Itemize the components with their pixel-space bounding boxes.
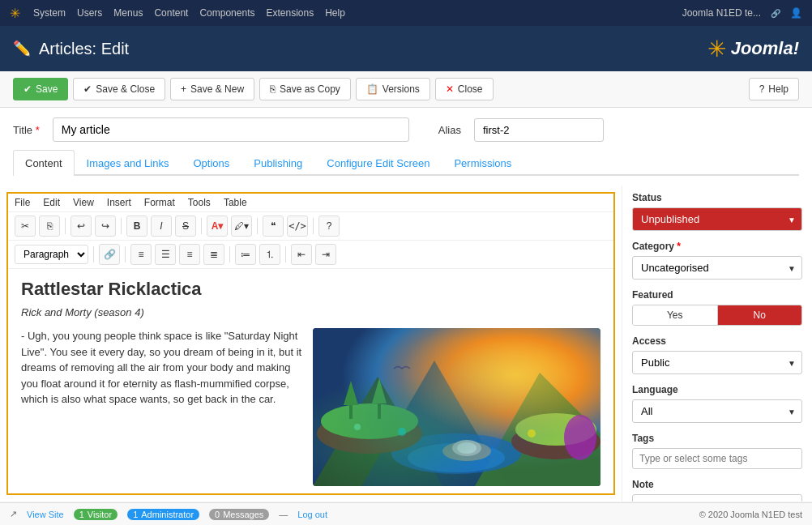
visitor-label: Visitor (88, 510, 112, 519)
justify-button[interactable]: ≣ (203, 244, 224, 265)
help-icon: ? (759, 83, 765, 95)
category-select-wrapper: Uncategorised (632, 256, 802, 280)
tab-content[interactable]: Content (13, 150, 75, 176)
title-row: Title * Alias (13, 117, 799, 142)
nav-users[interactable]: Users (77, 7, 102, 19)
highlight-button[interactable]: 🖊▾ (231, 216, 252, 237)
right-sidebar: Status Unpublished Published Trashed Arc… (622, 186, 812, 502)
save-close-label: Save & Close (96, 83, 155, 95)
svg-point-19 (354, 424, 361, 430)
nav-help[interactable]: Help (325, 7, 345, 19)
top-bar-left: ✳ System Users Menus Content Components … (10, 6, 345, 21)
help-editor-button[interactable]: ? (318, 216, 340, 237)
editor-menu-tools[interactable]: Tools (188, 197, 211, 208)
editor-toolbar2: Paragraph 🔗 ≡ ☰ ≡ ≣ ≔ ⒈ ⇤ ⇥ (8, 241, 613, 269)
nav-components[interactable]: Components (199, 7, 254, 19)
save-copy-button[interactable]: ⎘ Save as Copy (259, 78, 351, 100)
versions-button[interactable]: 📋 Versions (356, 78, 430, 100)
ordered-list-button[interactable]: ⒈ (259, 244, 280, 265)
editor-menubar: File Edit View Insert Format Tools Table (8, 194, 613, 212)
tab-configure[interactable]: Configure Edit Screen (314, 150, 442, 176)
category-select[interactable]: Uncategorised (632, 256, 802, 280)
joomla-logo-text: Joomla! (731, 38, 799, 59)
nav-menus[interactable]: Menus (113, 7, 143, 19)
access-select-wrapper: Public (632, 351, 802, 374)
article-content: - Ugh, you young people think space is l… (21, 328, 600, 486)
language-select[interactable]: All (632, 399, 802, 423)
svg-marker-17 (372, 378, 387, 403)
indent-decrease-button[interactable]: ⇤ (291, 244, 312, 265)
tab-options[interactable]: Options (181, 150, 241, 176)
site-name: Joomla N1ED te... (682, 7, 761, 19)
alias-input[interactable] (474, 118, 604, 142)
close-button[interactable]: ✕ Close (435, 78, 494, 100)
editor-menu-file[interactable]: File (15, 197, 30, 208)
help-button[interactable]: ? Help (749, 78, 799, 100)
admin-count: 1 (133, 510, 138, 519)
indent-increase-button[interactable]: ⇥ (315, 244, 336, 265)
note-input[interactable] (632, 494, 802, 502)
top-bar-right: Joomla N1ED te... 🔗 👤 (682, 7, 802, 19)
toolbar: ✔ Save ✔ Save & Close + Save & New ⎘ Sav… (0, 71, 812, 108)
editor-menu-table[interactable]: Table (224, 197, 247, 208)
strikethrough-button[interactable]: S (175, 216, 196, 237)
italic-button[interactable]: I (151, 216, 172, 237)
separator (65, 218, 66, 234)
close-label: Close (458, 83, 483, 95)
article-heading: Rattlestar Ricklactica (21, 279, 600, 300)
paragraph-select[interactable]: Paragraph (15, 245, 88, 264)
tags-input[interactable] (632, 448, 802, 469)
redo-button[interactable]: ↪ (95, 216, 116, 237)
view-site-link[interactable]: View Site (27, 510, 64, 519)
align-right-button[interactable]: ≡ (179, 244, 200, 265)
visitor-count: 1 (79, 510, 84, 519)
status-select[interactable]: Unpublished Published Trashed Archived (632, 207, 802, 231)
font-color-button[interactable]: A▾ (207, 216, 228, 237)
editor-menu-format[interactable]: Format (144, 197, 175, 208)
messages-badge: 0 Messages (209, 509, 269, 520)
cut-button[interactable]: ✂ (15, 216, 36, 237)
language-label: Language (632, 384, 802, 395)
unordered-list-button[interactable]: ≔ (235, 244, 256, 265)
separator (285, 246, 286, 262)
category-label: Category * (632, 241, 802, 252)
code-button[interactable]: </> (287, 216, 308, 237)
editor-menu-insert[interactable]: Insert (107, 197, 131, 208)
align-center-button[interactable]: ☰ (155, 244, 176, 265)
save-new-button[interactable]: + Save & New (170, 78, 254, 100)
nav-extensions[interactable]: Extensions (266, 7, 314, 19)
editor-menu-edit[interactable]: Edit (43, 197, 60, 208)
undo-button[interactable]: ↩ (71, 216, 92, 237)
link-button[interactable]: 🔗 (99, 244, 120, 265)
title-input[interactable] (53, 117, 409, 142)
blockquote-button[interactable]: ❝ (263, 216, 284, 237)
svg-point-11 (442, 442, 491, 461)
featured-yes-button[interactable]: Yes (633, 305, 718, 325)
tab-images[interactable]: Images and Links (75, 150, 182, 176)
footer-copyright: © 2020 Joomla N1ED test (699, 510, 802, 519)
align-left-button[interactable]: ≡ (130, 244, 152, 265)
svg-marker-15 (344, 381, 358, 405)
tab-permissions[interactable]: Permissions (442, 150, 524, 176)
header: ✏️ Articles: Edit ✳ Joomla! (0, 26, 812, 71)
svg-point-6 (317, 413, 422, 454)
save-button[interactable]: ✔ Save (13, 78, 68, 100)
save-close-button[interactable]: ✔ Save & Close (73, 78, 165, 100)
language-section: Language All (632, 384, 802, 423)
editor-menu-view[interactable]: View (73, 197, 94, 208)
logout-link[interactable]: Log out (297, 510, 327, 519)
editor-body[interactable]: Rattlestar Ricklactica Rick and Morty (s… (8, 269, 613, 493)
copy-button[interactable]: ⎘ (39, 216, 60, 237)
user-icon[interactable]: 👤 (790, 7, 802, 19)
nav-system[interactable]: System (33, 7, 66, 19)
featured-section: Featured Yes No (632, 289, 802, 326)
bold-button[interactable]: B (126, 216, 147, 237)
separator (125, 246, 126, 262)
tabs: Content Images and Links Options Publish… (13, 150, 799, 176)
access-select[interactable]: Public (632, 351, 802, 374)
featured-no-button[interactable]: No (718, 305, 802, 325)
svg-point-10 (564, 415, 596, 460)
nav-content[interactable]: Content (154, 7, 188, 19)
featured-label: Featured (632, 289, 802, 301)
tab-publishing[interactable]: Publishing (241, 150, 314, 176)
